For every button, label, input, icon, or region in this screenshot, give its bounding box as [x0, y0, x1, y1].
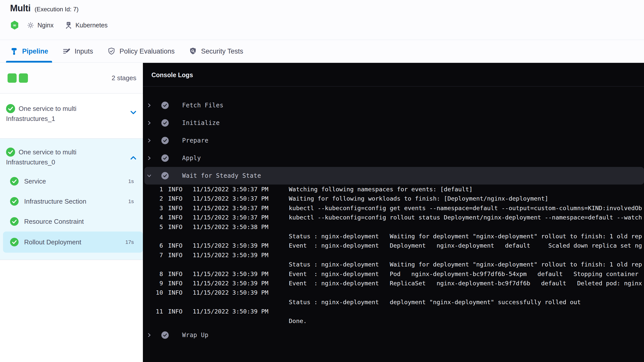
- cd-module-icon: ∞: [10, 21, 19, 30]
- log-level: INFO: [163, 241, 193, 250]
- log-line-number: [143, 298, 163, 307]
- console-logs-title: Console Logs: [151, 71, 644, 79]
- step-resource-constraint[interactable]: Resource Constraint: [0, 211, 143, 232]
- step-label: Infrastructure Section: [24, 198, 86, 205]
- log-timestamp: 11/15/2022 3:50:37 PM: [193, 194, 289, 203]
- log-line: 4INFO11/15/2022 3:50:37 PMkubectl --kube…: [143, 213, 644, 222]
- check-circle-icon: [10, 177, 19, 186]
- log-level: INFO: [163, 251, 193, 260]
- policy-shield-check-icon: [107, 47, 116, 56]
- console-step-label: Prepare: [182, 137, 209, 144]
- log-line: 1INFO11/15/2022 3:50:37 PMWatching follo…: [143, 185, 644, 194]
- log-timestamp: 11/15/2022 3:50:39 PM: [193, 241, 289, 250]
- log-line: 11INFO11/15/2022 3:50:39 PM: [143, 307, 644, 316]
- log-message: kubectl --kubeconfig=config get events -…: [289, 204, 644, 213]
- tab-pipeline[interactable]: Pipeline: [6, 40, 52, 62]
- pipeline-icon: [10, 47, 18, 56]
- stage-card[interactable]: One service to multi Infrastructures_1: [0, 94, 143, 138]
- environment-name: Kubernetes: [75, 22, 108, 29]
- log-line-number: 4: [143, 213, 163, 222]
- step-rollout-deployment[interactable]: Rollout Deployment17s: [3, 232, 143, 253]
- step-service[interactable]: Service1s: [0, 171, 143, 191]
- console-step-initialize[interactable]: Initialize: [143, 114, 644, 132]
- log-message: Event : nginx-deployment ReplicaSet ngin…: [289, 279, 644, 288]
- console-check-circle-icon: [161, 331, 169, 339]
- console-step-wrap-up[interactable]: Wrap Up: [143, 326, 644, 344]
- check-circle-icon: [6, 104, 15, 113]
- log-timestamp: [193, 316, 289, 326]
- console-check-circle-icon: [161, 119, 169, 127]
- stage-square-success: [19, 73, 28, 83]
- log-message: kubectl --kubeconfig=config rollout stat…: [289, 213, 644, 222]
- log-line: 5INFO11/15/2022 3:50:38 PM: [143, 222, 644, 232]
- log-line-number: [143, 316, 163, 326]
- console-step-label: Fetch Files: [182, 102, 223, 109]
- stage-card[interactable]: One service to multi Infrastructures_0: [0, 147, 143, 167]
- log-timestamp: [193, 298, 289, 307]
- chevron-right-icon[interactable]: [147, 333, 151, 337]
- console-step-label: Apply: [182, 155, 201, 162]
- tab-label: Policy Evaluations: [119, 48, 175, 55]
- execution-sidebar: 2 stages One service to multi Infrastruc…: [0, 63, 143, 362]
- stage-section-expanded: One service to multi Infrastructures_0Se…: [0, 138, 143, 260]
- step-label: Rollout Deployment: [24, 238, 81, 246]
- log-line: 9INFO11/15/2022 3:50:39 PMEvent : nginx-…: [143, 279, 644, 288]
- tab-policy-evaluations[interactable]: Policy Evaluations: [103, 40, 178, 62]
- log-message: Done.: [289, 316, 644, 326]
- chevron-right-icon[interactable]: [147, 121, 151, 125]
- security-shield-search-icon: [189, 47, 197, 56]
- log-timestamp: 11/15/2022 3:50:39 PM: [193, 269, 289, 279]
- console-check-circle-icon: [161, 172, 169, 180]
- console-check-circle-icon: [161, 137, 169, 145]
- chevron-down-icon[interactable]: [130, 109, 137, 116]
- modules-row: ∞ Nginx Kubernetes: [10, 20, 108, 30]
- log-level: INFO: [163, 288, 193, 297]
- chevron-right-icon[interactable]: [147, 103, 151, 108]
- log-line: Done.: [143, 316, 644, 326]
- log-level: INFO: [163, 269, 193, 279]
- log-output: 1INFO11/15/2022 3:50:37 PMWatching follo…: [143, 185, 644, 326]
- console-step-wait-for-steady-state[interactable]: Wait for Steady State: [144, 167, 644, 185]
- log-line-number: 6: [143, 241, 163, 250]
- console-step-label: Wait for Steady State: [182, 172, 261, 179]
- log-line-number: 10: [143, 288, 163, 297]
- tab-bar: PipelineInputsPolicy EvaluationsSecurity…: [0, 40, 644, 63]
- chevron-up-icon[interactable]: [130, 154, 137, 162]
- log-timestamp: 11/15/2022 3:50:39 PM: [193, 279, 289, 288]
- console-step-fetch-files[interactable]: Fetch Files: [143, 97, 644, 114]
- check-circle-icon: [10, 217, 19, 226]
- log-line-number: 2: [143, 194, 163, 203]
- log-message: Event : nginx-deployment Deployment ngin…: [289, 241, 644, 250]
- log-timestamp: 11/15/2022 3:50:39 PM: [193, 251, 289, 260]
- console-step-apply[interactable]: Apply: [143, 149, 644, 167]
- tab-inputs[interactable]: Inputs: [59, 40, 97, 62]
- step-duration: 17s: [125, 239, 134, 245]
- title-row: Multi (Execution Id: 7): [10, 3, 78, 14]
- log-line: 3INFO11/15/2022 3:50:37 PMkubectl --kube…: [143, 204, 644, 213]
- step-label: Resource Constraint: [24, 218, 84, 225]
- log-timestamp: [193, 260, 289, 269]
- console-check-circle-icon: [161, 101, 169, 109]
- log-message: [289, 251, 644, 260]
- log-timestamp: 11/15/2022 3:50:39 PM: [193, 288, 289, 297]
- log-timestamp: [193, 232, 289, 241]
- chevron-expand-down-icon[interactable]: [147, 173, 151, 178]
- log-line: Status : nginx-deployment Waiting for de…: [143, 232, 644, 241]
- svg-text:∞: ∞: [13, 23, 16, 28]
- main-split: 2 stages One service to multi Infrastruc…: [0, 63, 644, 362]
- chevron-right-icon[interactable]: [147, 156, 151, 160]
- log-line-number: 9: [143, 279, 163, 288]
- chevron-right-icon[interactable]: [147, 138, 151, 143]
- log-line: 8INFO11/15/2022 3:50:39 PMEvent : nginx-…: [143, 269, 644, 279]
- console-step-label: Initialize: [182, 119, 220, 126]
- log-line-number: 1: [143, 185, 163, 194]
- log-line: Status : nginx-deployment deployment "ng…: [143, 298, 644, 307]
- console-step-prepare[interactable]: Prepare: [143, 132, 644, 149]
- tab-security-tests[interactable]: Security Tests: [185, 40, 247, 62]
- execution-id: (Execution Id: 7): [34, 6, 78, 13]
- stage-square-success: [8, 73, 17, 83]
- log-line: 10INFO11/15/2022 3:50:39 PM: [143, 288, 644, 297]
- console-check-circle-icon: [161, 154, 169, 162]
- log-message: Status : nginx-deployment deployment "ng…: [289, 298, 644, 307]
- step-infrastructure-section[interactable]: Infrastructure Section1s: [0, 191, 143, 211]
